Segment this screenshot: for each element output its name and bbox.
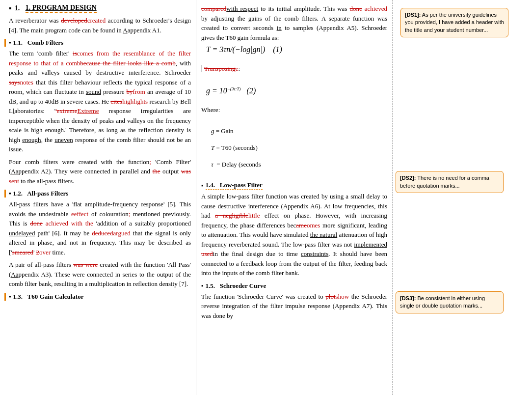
formula2-sup: −(3τ:T)	[227, 86, 241, 91]
right-underline-in: in	[277, 24, 282, 31]
where-gain: g = Gain	[211, 127, 387, 135]
sub14-heading: ▪ 1.4. Low-pass Filter	[201, 181, 387, 190]
p11-1: The term 'comb filter'	[9, 50, 73, 57]
formula2-text: g = 10−(3τ:T) (2)	[206, 86, 256, 95]
p11-underline-uneven: uneven	[54, 136, 73, 143]
bullet1: ▪	[9, 4, 12, 13]
right-del-done: done	[349, 5, 362, 12]
where-delay: τ = Delay (seconds	[211, 161, 387, 169]
p12-2-rest2: ppendix A3). These were connected in ser…	[9, 271, 191, 288]
right-column: comparedwith respect to its initial ampl…	[196, 0, 393, 395]
section1-title: 1. PROGRAM DESIGN	[26, 4, 97, 13]
p11-ins-extreme: Extreme	[77, 107, 99, 114]
where-label: Where:	[201, 105, 387, 115]
para1-del-developed: developed	[61, 17, 87, 24]
sub12-para2: A pair of all-pass filters was were crea…	[9, 260, 191, 289]
p14-ins-omes: omes	[307, 222, 320, 229]
p12-underline-undelayed: undelayed	[9, 229, 35, 237]
p14-underline-constraints: constraints	[301, 250, 328, 257]
p12-2-pre: A pair of all-pass filters	[9, 261, 73, 268]
right-ins-achieved: achieved	[362, 5, 387, 12]
transposing-del: Transposing	[204, 65, 236, 72]
section1-para1: A reverberator was developedcreated acco…	[9, 16, 191, 35]
p11-underline-enough: enough	[22, 136, 41, 143]
where-block: g = Gain T = T60 (seconds) τ = Delay (se…	[211, 127, 387, 169]
p12-ins-over: over	[39, 249, 51, 256]
formula1-block: T = 3τn/(−log|gn|) (1)	[206, 45, 387, 54]
p14-ins-little: little	[248, 212, 260, 219]
p14-underline-implemented: implemented	[354, 241, 387, 248]
p11-rest6: aboratories: '	[15, 107, 56, 114]
sub11-para2: Four comb filters were created with the …	[9, 157, 191, 186]
p11-del-cites: cites	[110, 98, 122, 105]
right-intro-para: comparedwith respect to its initial ampl…	[201, 4, 387, 42]
formula2-block: g = 10−(3τ:T) (2)	[206, 86, 387, 95]
p11-del-extreme: 'extreme	[55, 107, 77, 114]
p12-del-smeared: smeared	[12, 249, 33, 256]
p12-2-underline-aa: Aa	[11, 271, 18, 278]
right-del-compared: compared	[201, 5, 226, 12]
annotation-ds3: [DS3]: Be consistent in either using sin…	[396, 291, 504, 313]
where-t60: T = T60 (seconds)	[211, 144, 387, 152]
p11-2-underline-aa: Aa	[11, 168, 18, 175]
transposing-colon: :	[239, 65, 240, 72]
annotation-ds2: [DS2]: There is no need for a comma befo…	[396, 171, 504, 193]
left-column: ▪ 1. 1. PROGRAM DESIGN A reverberator wa…	[0, 0, 196, 395]
p12-ins-effect: effect	[74, 210, 88, 218]
sub12-heading: ▪ 1.2. All-pass Filters	[4, 190, 191, 198]
p12-ins-achieved: achieved with the	[43, 220, 93, 227]
p14-del-used: used	[201, 250, 213, 257]
p15-1: The function 'Schroeder Curve' was creat…	[201, 293, 325, 300]
formula1-text: T = 3τn/(−log|gn|) (1)	[206, 45, 282, 54]
sub13-heading: ▪ 1.3. T60 Gain Calculator	[4, 293, 191, 301]
sub15-title: 1.5. Schroeder Curve	[206, 282, 266, 290]
right-underline-withrespect: with respect	[226, 5, 258, 12]
ds2-label: [DS2]:	[400, 175, 416, 181]
p12-2-del-waswere: was were	[73, 261, 98, 268]
ds1-label: [DS1]:	[405, 12, 421, 18]
p11-2-pre: Four comb filters were created with the …	[9, 158, 149, 166]
sub11-para1: The term 'comb filter' iscomes from the …	[9, 49, 191, 154]
p11-del-by: by	[127, 88, 133, 95]
p11-del-because: because the filter looks like a comb	[80, 59, 175, 67]
sub12-para1: All-pass filters have a 'flat amplitude-…	[9, 199, 191, 257]
p11-rest8: , the	[41, 136, 55, 143]
page-container: ▪ 1. 1. PROGRAM DESIGN A reverberator wa…	[0, 0, 532, 395]
p12-rest4: path' [6]. It may be	[35, 229, 92, 237]
p12-rest7: time.	[51, 249, 65, 256]
bullet13: ▪	[9, 293, 11, 301]
p12-del-deduced: deduced	[92, 229, 113, 237]
p14-underline-natural: the natural	[310, 231, 337, 238]
p11-2-end: to the all-pass filters.	[19, 177, 74, 185]
p14-del-ame: ame	[296, 222, 307, 229]
para1-pre: A reverberator was	[9, 17, 61, 24]
sub14-title: 1.4. Low-pass Filter	[206, 181, 263, 190]
right-rest1: to its initial amplitude. This was	[258, 5, 349, 12]
transposing-bar: Transposinge:	[201, 65, 240, 72]
bullet14: ▪	[201, 182, 204, 190]
p11-ins-highlights: highlights	[122, 98, 148, 105]
p11-del-says: says	[9, 79, 20, 86]
p11-2-out: output	[160, 168, 181, 175]
bullet12: ▪	[9, 190, 11, 198]
para1-underline-A: A	[123, 27, 127, 34]
sub15-para: The function 'Schroeder Curve' was creat…	[201, 292, 387, 321]
sub11-heading: ▪ 1.1. Comb Filters	[4, 39, 191, 47]
p11-ins-from: from	[133, 88, 145, 95]
sub15-heading: ▪ 1.5. Schroeder Curve	[201, 282, 387, 290]
p12-del-done: done	[30, 220, 43, 227]
section1-heading: ▪ 1. 1. PROGRAM DESIGN	[9, 4, 191, 13]
p11-del-is: is	[73, 50, 77, 57]
para1-appendix: appendix A1.	[128, 27, 161, 34]
p11-ins-notes: notes	[20, 79, 33, 86]
sub14-para: A simple low-pass filter function was cr…	[201, 192, 387, 278]
p11-rest3: pressure	[101, 88, 127, 95]
bullet11: ▪	[9, 39, 11, 47]
p15-ins-show: show	[336, 293, 349, 300]
sidebar: [DS1]: As per the university guidelines …	[393, 0, 532, 395]
p11-underline-sound: sound	[86, 88, 101, 95]
annotation-ds1: [DS1]: As per the university guidelines …	[400, 8, 508, 37]
transposing-label: Transposinge:	[201, 64, 387, 74]
sub13-title: 1.3. T60 Gain Calculator	[13, 293, 84, 301]
para1-ins-created: created	[87, 17, 106, 24]
